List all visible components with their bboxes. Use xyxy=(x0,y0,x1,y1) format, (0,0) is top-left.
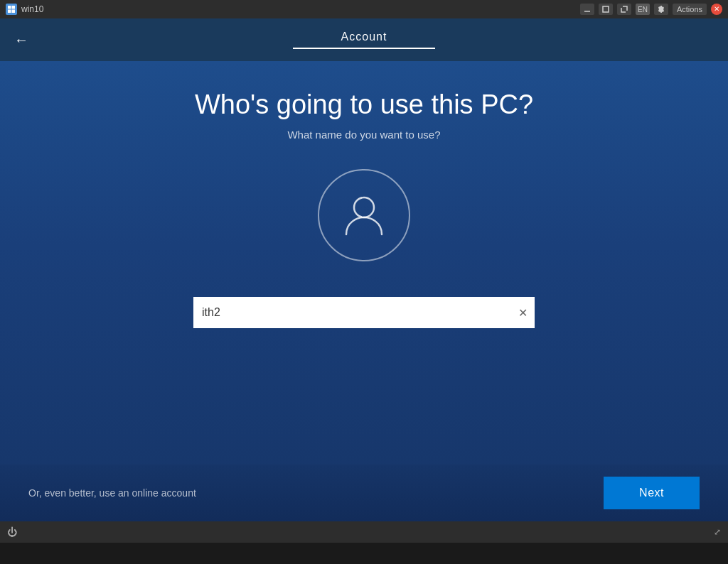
svg-rect-0 xyxy=(8,6,11,9)
next-button[interactable]: Next xyxy=(604,477,700,509)
main-content: Who's going to use this PC? What name do… xyxy=(0,61,728,521)
svg-rect-3 xyxy=(12,10,16,13)
svg-rect-5 xyxy=(603,6,609,12)
online-account-link[interactable]: Or, even better, use an online account xyxy=(28,487,196,499)
username-input[interactable] xyxy=(193,297,535,328)
window-title: win10 xyxy=(21,4,43,14)
power-icon: ⏻ xyxy=(7,526,17,538)
app-icon xyxy=(6,4,17,15)
title-underline xyxy=(293,48,435,49)
navigation-bar: ← Account xyxy=(0,18,728,61)
svg-point-6 xyxy=(354,197,374,217)
svg-rect-1 xyxy=(12,6,16,9)
page-title: Account xyxy=(293,31,435,49)
maximize-button[interactable] xyxy=(617,4,631,15)
back-button[interactable]: ← xyxy=(14,32,28,48)
gear-icon[interactable] xyxy=(654,4,668,15)
clear-input-button[interactable]: ✕ xyxy=(518,306,528,320)
language-button[interactable]: EN xyxy=(636,4,650,15)
title-bar-left: win10 xyxy=(6,4,43,15)
actions-button[interactable]: Actions xyxy=(673,4,707,15)
title-bar: win10 EN Actions xyxy=(0,0,728,18)
main-subheading: What name do you want to use? xyxy=(287,129,440,141)
title-bar-controls: EN Actions ✕ xyxy=(580,4,722,15)
user-avatar xyxy=(318,169,410,261)
close-button[interactable]: ✕ xyxy=(711,4,722,15)
svg-rect-2 xyxy=(8,10,11,13)
bottom-action-bar: Or, even better, use an online account N… xyxy=(0,465,728,521)
restore-button[interactable] xyxy=(599,4,613,15)
status-bar: ⏻ ⤢ xyxy=(0,521,728,543)
actions-label: Actions xyxy=(677,5,702,13)
minimize-button[interactable] xyxy=(580,4,594,15)
main-heading: Who's going to use this PC? xyxy=(195,90,533,120)
username-input-container: ✕ xyxy=(193,297,535,328)
resize-handle[interactable]: ⤢ xyxy=(714,527,721,537)
